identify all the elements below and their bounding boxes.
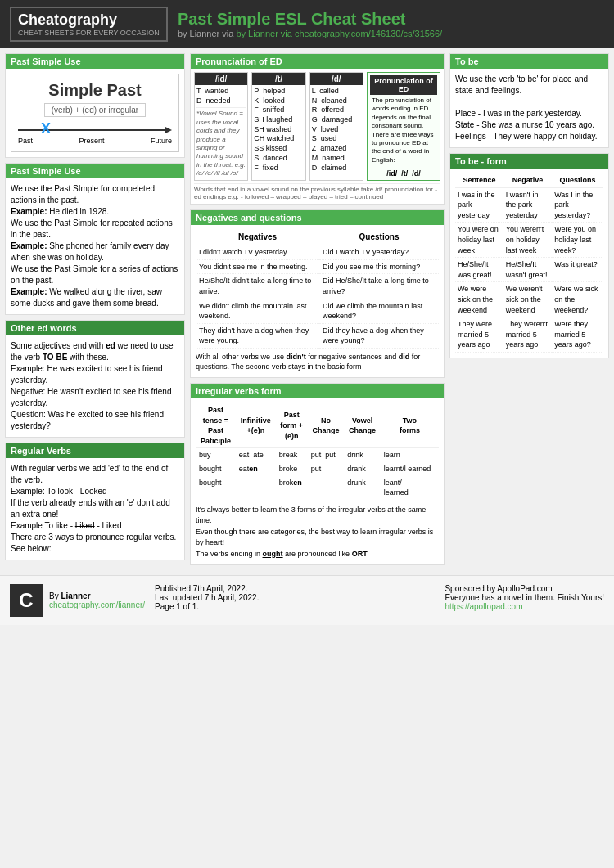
rv-p1: With regular verbs we add 'ed' to the en… bbox=[11, 463, 179, 486]
ed-content: /id/ T wanted D needed *Vowel Sound = us… bbox=[191, 69, 444, 204]
irr-header: Irregular verbs form bbox=[191, 384, 444, 398]
nq-q-3: Did He/She/It take a long time to arrive… bbox=[319, 274, 439, 299]
table-row: You were on holiday last week You weren'… bbox=[455, 223, 603, 258]
ed-d-3: R offered bbox=[312, 106, 361, 115]
author-link[interactable]: cheatography.com/lianner/ bbox=[49, 600, 145, 609]
nq-neg-2: You didn't see me in the meeting. bbox=[196, 259, 319, 274]
irr-r3c2 bbox=[236, 476, 276, 500]
irr-r3c5: drunk bbox=[344, 476, 381, 500]
rv-p4: Example To like - Liked - Liked bbox=[11, 520, 179, 532]
oed-p2: Example: He was excited to see his frien… bbox=[11, 363, 179, 386]
tobe-r1-sent: I was in the park yesterday bbox=[455, 187, 503, 223]
oed-p3: Negative: He wasn't excited to see his f… bbox=[11, 386, 179, 409]
irr-r1c6: learn bbox=[381, 448, 439, 462]
footer-right: Sponsored by ApolloPad.com Everyone has … bbox=[445, 584, 604, 611]
ed-id-1: T wanted bbox=[196, 87, 246, 97]
table-row: You didn't see me in the meeting. Did yo… bbox=[196, 259, 439, 274]
ed-d-6: S used bbox=[312, 134, 361, 144]
to-be-header: To be bbox=[450, 54, 608, 69]
col-left: Past Simple Use Simple Past (verb) + (ed… bbox=[5, 53, 185, 570]
tobe-table: Sentence Negative Questions I was in the… bbox=[455, 173, 603, 353]
ed-col-t: /t/ P helped K looked F sniffed SH laugh… bbox=[251, 72, 305, 181]
rv-p2: Example: To look - Looked bbox=[11, 486, 179, 497]
ed-t-2: K looked bbox=[254, 97, 303, 106]
irr-th-2: Infinitive+(e)n bbox=[236, 403, 276, 448]
irr-note2: Even though there are categories, the be… bbox=[196, 527, 439, 549]
nq-neg-4: We didn't climb the mountain last weeken… bbox=[196, 299, 319, 323]
nq-note: With all other verbs we use didn't for n… bbox=[196, 352, 439, 372]
ed-col-d: /d/ L called N cleaned R offered G damag… bbox=[309, 72, 363, 181]
tobe-r1-q: Was I in the park yesterday? bbox=[552, 187, 603, 223]
irr-th-6: Twoforms bbox=[381, 403, 439, 448]
irr-r2c5: drank bbox=[344, 462, 381, 476]
irr-content: Pasttense =PastPaticiple Infinitive+(e)n… bbox=[191, 398, 444, 564]
ed-sounds: /id/ /t/ /d/ bbox=[370, 169, 437, 178]
footer-page: Page 1 of 1. bbox=[155, 602, 435, 611]
psu-p2: Example: He died in 1928. bbox=[11, 206, 179, 218]
sponsor-link[interactable]: https://apollopad.com bbox=[445, 602, 522, 611]
irr-r3c6: leant/-learned bbox=[381, 476, 439, 500]
psu-p5: We use the Past Simple for a series of a… bbox=[11, 263, 179, 286]
irregular-verbs-section: Irregular verbs form Pasttense =PastPati… bbox=[190, 383, 445, 565]
nq-th-neg: Negatives bbox=[196, 230, 319, 245]
to-be-content: We use the verb 'to be' for place and st… bbox=[450, 69, 608, 147]
ed-t-7: SS kissed bbox=[254, 144, 303, 154]
tobe-r3-neg: He/She/It wasn't great! bbox=[503, 258, 552, 282]
ed-id-2: D needed bbox=[196, 97, 246, 106]
ed-d-1: L called bbox=[312, 87, 361, 97]
x-mark: X bbox=[41, 120, 51, 137]
ed-t-6: CH watched bbox=[254, 134, 303, 144]
col-mid: Pronunciation of ED /id/ T wanted D need… bbox=[190, 53, 445, 570]
oed-p1: Some adjectives end with ed we need to u… bbox=[11, 340, 179, 363]
table-row: He/She/It didn't take a long time to arr… bbox=[196, 274, 439, 299]
irr-th-5: VowelChange bbox=[344, 403, 381, 448]
tobe-r5-neg: They weren't married 5 years ago bbox=[503, 317, 552, 353]
nq-neg-1: I didn't watch TV yesterday. bbox=[196, 245, 319, 260]
regular-verbs-header: Regular Verbs bbox=[6, 443, 184, 458]
rv-p5: There are 3 ways to pronounce regular ve… bbox=[11, 532, 179, 555]
subtitle-by: by Lianner via bbox=[178, 29, 237, 38]
ed-pronunciation-section: Pronunciation of ED /id/ T wanted D need… bbox=[190, 53, 445, 205]
nq-neg-5: They didn't have a dog when they were yo… bbox=[196, 323, 319, 348]
table-row: We didn't climb the mountain last weeken… bbox=[196, 299, 439, 323]
to-be-form-header: To be - form bbox=[450, 154, 608, 169]
table-row: They didn't have a dog when they were yo… bbox=[196, 323, 439, 348]
tobe-r4-q: Were we sick on the weekend? bbox=[552, 282, 603, 317]
irr-r2c4: put bbox=[308, 462, 345, 476]
ed-col-id-content: T wanted D needed *Vowel Sound = uses th… bbox=[195, 85, 247, 180]
irr-r3c3: broken bbox=[276, 476, 308, 500]
other-ed-section: Other ed words Some adjectives end with … bbox=[5, 320, 185, 438]
tobe-r4-sent: We were sick on the weekend bbox=[455, 282, 503, 317]
ed-table: /id/ T wanted D needed *Vowel Sound = us… bbox=[194, 72, 440, 181]
nq-q-2: Did you see me this morning? bbox=[319, 259, 439, 274]
author-name: Lianner bbox=[61, 591, 90, 600]
logo-sub: CHEAT SHEETS FOR EVERY OCCASION bbox=[18, 29, 160, 37]
rv-p3: If the verb already ends with an 'e' don… bbox=[11, 497, 179, 520]
negatives-questions-section: Negatives and questions Negatives Questi… bbox=[190, 209, 445, 378]
past-simple-use-content: We use the Past SImple for compeleted ac… bbox=[6, 178, 184, 314]
tobe-r4-neg: We weren't sick on the weekend bbox=[503, 282, 552, 317]
table-row: We were sick on the weekend We weren't s… bbox=[455, 282, 603, 317]
nq-q-4: Did we climb the mountain last weekend? bbox=[319, 299, 439, 323]
by-label: By bbox=[49, 591, 59, 600]
page-title: Past Simple ESL Cheat Sheet bbox=[178, 10, 442, 29]
timeline-line bbox=[18, 129, 165, 131]
header-link[interactable]: by Lianner via cheatography.com/146130/c… bbox=[236, 29, 442, 38]
table-row: bought eaten broke put drank learnt/l ea… bbox=[196, 462, 439, 476]
tobe-r3-sent: He/She/It was great! bbox=[455, 258, 503, 282]
to-be-feelings: Feelings - They were happy on holiday. bbox=[455, 131, 603, 142]
timeline-past: Past bbox=[18, 137, 33, 145]
tobe-th-neg: Negative bbox=[503, 173, 552, 187]
ed-footer-note: Words that end in a vowel sound on the p… bbox=[194, 183, 440, 200]
ed-col-id-header: /id/ bbox=[195, 73, 247, 85]
irr-th-4: NoChange bbox=[308, 403, 345, 448]
past-simple-use-section: Past Simple Use We use the Past SImple f… bbox=[5, 163, 185, 315]
ed-d-8: M named bbox=[312, 154, 361, 164]
regular-verbs-section: Regular Verbs With regular verbs we add … bbox=[5, 443, 185, 560]
oed-p4: Question: Was he excited to see his frie… bbox=[11, 409, 179, 432]
irr-r1c3: break bbox=[276, 448, 308, 462]
irr-th-3: Pastform +(e)n bbox=[276, 403, 308, 448]
to-be-place: Place - I was in the park yesterday. bbox=[455, 108, 603, 119]
ed-d-2: N cleaned bbox=[312, 97, 361, 106]
header: Cheatography CHEAT SHEETS FOR EVERY OCCA… bbox=[0, 0, 614, 48]
